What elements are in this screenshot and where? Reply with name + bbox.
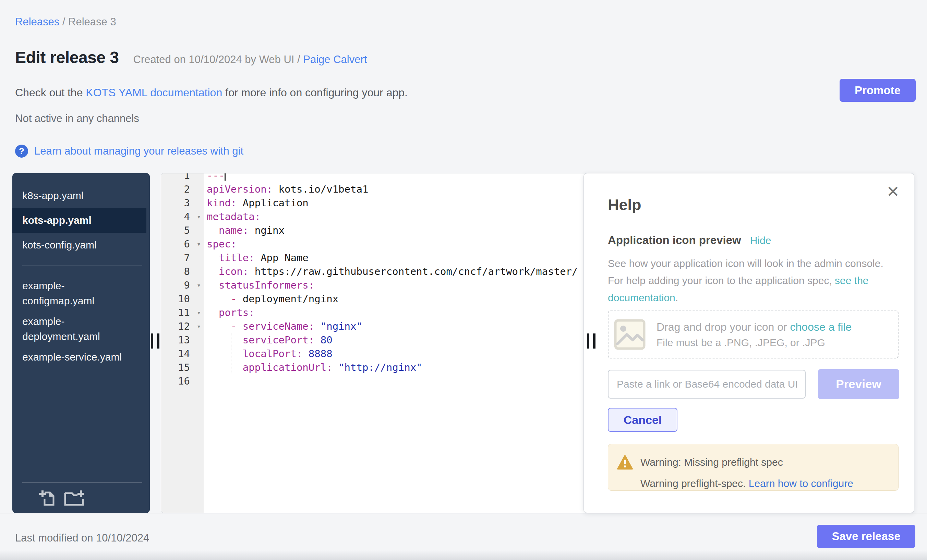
breadcrumb-releases-link[interactable]: Releases [15, 16, 59, 28]
breadcrumb-current: Release 3 [68, 16, 116, 28]
code-content: apiVersion: kots.io/v1beta1 [204, 182, 368, 196]
code-line[interactable]: 14 localPort: 8888 [161, 347, 602, 361]
icon-drop-zone[interactable]: Drag and drop your icon or choose a file… [608, 311, 898, 358]
help-panel: ✕ Help Application icon preview Hide See… [584, 173, 914, 513]
line-number: 13 [161, 333, 204, 347]
code-content: localPort: 8888 [204, 347, 333, 361]
code-content: spec: [204, 237, 237, 251]
warning-triangle-icon [617, 455, 633, 470]
author-link[interactable]: Paige Calvert [303, 53, 367, 65]
icon-preview-description: See how your application icon will look … [608, 255, 899, 307]
hide-link[interactable]: Hide [750, 235, 771, 246]
code-content: title: App Name [204, 251, 308, 264]
git-releases-link[interactable]: Learn about managing your releases with … [34, 145, 243, 157]
line-number: 9▾ [161, 278, 204, 292]
title-row: Edit release 3 Created on 10/10/2024 by … [15, 48, 367, 67]
learn-configure-link[interactable]: Learn how to configure [749, 478, 853, 489]
line-number: 3 [161, 196, 204, 210]
fold-arrow-icon[interactable]: ▾ [197, 237, 201, 251]
git-help-row[interactable]: ? Learn about managing your releases wit… [15, 145, 243, 158]
code-line[interactable]: 5 name: nginx [161, 223, 602, 237]
code-line[interactable]: 15 applicationUrl: "http://nginx" [161, 361, 602, 374]
code-content [204, 374, 207, 388]
cancel-button[interactable]: Cancel [608, 408, 678, 432]
line-number: 10 [161, 292, 204, 306]
code-content: servicePort: 80 [204, 333, 333, 347]
kots-yaml-doc-link[interactable]: KOTS YAML documentation [86, 87, 222, 99]
file-item[interactable]: kots-app.yaml [12, 208, 146, 233]
code-line[interactable]: 12▾ - serviceName: "nginx" [161, 319, 602, 333]
edit-release-page: Releases / Release 3 Edit release 3 Crea… [0, 0, 927, 560]
code-line[interactable]: 13 servicePort: 80 [161, 333, 602, 347]
breadcrumb-separator: / [59, 16, 68, 28]
warning-title: Warning: Missing preflight spec [640, 457, 783, 468]
icon-preview-title: Application icon preview [608, 234, 741, 247]
line-number: 4▾ [161, 210, 204, 223]
image-icon [614, 319, 646, 350]
code-line[interactable]: 16 [161, 374, 602, 388]
code-content: kind: Application [204, 196, 308, 210]
channel-status: Not active in any channels [15, 112, 139, 125]
code-content: applicationUrl: "http://nginx" [204, 361, 422, 374]
line-number: 15 [161, 361, 204, 374]
file-item[interactable]: example-deployment.yaml [12, 311, 129, 347]
divider [22, 266, 142, 266]
code-content: statusInformers: [204, 278, 315, 292]
code-content: --- [204, 173, 226, 182]
code-line[interactable]: 2apiVersion: kots.io/v1beta1 [161, 182, 602, 196]
preview-button[interactable]: Preview [818, 369, 899, 399]
code-line[interactable]: 1--- [161, 173, 602, 182]
line-number: 5 [161, 223, 204, 237]
icon-url-input[interactable] [608, 370, 805, 399]
footer-divider [0, 513, 927, 513]
save-release-button[interactable]: Save release [817, 525, 915, 548]
line-number: 1 [161, 173, 204, 182]
help-title: Help [608, 196, 641, 214]
line-number: 2 [161, 182, 204, 196]
file-item[interactable]: k8s-app.yaml [12, 185, 129, 206]
text-cursor [225, 173, 226, 181]
code-content: name: nginx [204, 223, 284, 237]
drop-zone-text: Drag and drop your icon or choose a file [656, 321, 852, 334]
sidebar-resize-handle[interactable] [151, 334, 160, 349]
line-number: 12▾ [161, 319, 204, 333]
line-number: 16 [161, 374, 204, 388]
created-line: Created on 10/10/2024 by Web UI / Paige … [133, 53, 367, 66]
code-line[interactable]: 11▾ ports: [161, 306, 602, 319]
breadcrumb: Releases / Release 3 [15, 16, 116, 28]
yaml-editor[interactable]: 1---2apiVersion: kots.io/v1beta13kind: A… [161, 173, 602, 513]
code-line[interactable]: 8 icon: https://raw.githubusercontent.co… [161, 264, 602, 278]
docs-line: Check out the KOTS YAML documentation fo… [15, 87, 407, 99]
close-icon[interactable]: ✕ [886, 184, 900, 199]
line-number: 8 [161, 264, 204, 278]
code-content: icon: https://raw.githubusercontent.com/… [204, 264, 578, 278]
promote-button[interactable]: Promote [840, 79, 916, 102]
drop-zone-subtext: File must be a .PNG, .JPEG, or .JPG [656, 337, 852, 349]
code-line[interactable]: 3kind: Application [161, 196, 602, 210]
fold-arrow-icon[interactable]: ▾ [197, 306, 201, 319]
fold-arrow-icon[interactable]: ▾ [197, 210, 201, 223]
code-content: - serviceName: "nginx" [204, 319, 362, 333]
code-content: - deployment/nginx [204, 292, 338, 306]
sidebar-bottom [12, 472, 150, 513]
fold-arrow-icon[interactable]: ▾ [197, 319, 201, 333]
file-item[interactable]: example-service.yaml [12, 347, 129, 367]
code-line[interactable]: 10 - deployment/nginx [161, 292, 602, 306]
new-folder-icon[interactable] [64, 489, 86, 508]
file-actions [12, 483, 150, 513]
fold-arrow-icon[interactable]: ▾ [197, 278, 201, 292]
code-line[interactable]: 7 title: App Name [161, 251, 602, 264]
warning-detail: Warning preflight-spec. Learn how to con… [640, 478, 853, 489]
code-content: metadata: [204, 210, 261, 223]
preflight-warning-box: Warning: Missing preflight spec Warning … [608, 444, 898, 491]
line-number: 14 [161, 347, 204, 361]
code-line[interactable]: 4▾metadata: [161, 210, 602, 223]
editor-resize-handle[interactable] [587, 334, 596, 349]
file-item[interactable]: kots-config.yaml [12, 235, 129, 255]
file-item[interactable]: example-configmap.yaml [12, 276, 129, 311]
last-modified-text: Last modified on 10/10/2024 [15, 532, 149, 544]
new-file-icon[interactable] [38, 489, 57, 508]
code-line[interactable]: 9▾ statusInformers: [161, 278, 602, 292]
code-line[interactable]: 6▾spec: [161, 237, 602, 251]
choose-file-link[interactable]: choose a file [790, 321, 852, 333]
